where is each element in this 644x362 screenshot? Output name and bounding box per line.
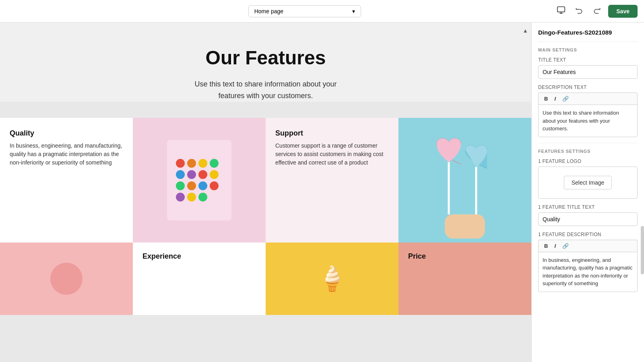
canvas-collapse-button[interactable]: ▲ xyxy=(519,26,531,35)
panel-divider-1 xyxy=(538,41,638,42)
feature-desc-label: 1 Feature Description xyxy=(538,232,638,237)
feature-card-1-text: Quality In business, engineering, and ma… xyxy=(0,118,133,243)
panel-section-name: Dingo-Features-S2021089 xyxy=(538,29,638,36)
svg-rect-5 xyxy=(445,214,485,239)
panel-divider-2 xyxy=(538,143,638,143)
feature-3-desc: Customer support is a range of customer … xyxy=(275,142,389,167)
page-selector[interactable]: Home page ▾ xyxy=(248,5,361,17)
feature-card-3-text: Support Customer support is a range of c… xyxy=(266,118,398,243)
feature-card-4-image xyxy=(398,118,531,243)
topbar-center: Home page ▾ xyxy=(248,5,361,17)
feature-title-label: 1 Feature title text xyxy=(538,204,638,210)
section-title: Our Features xyxy=(8,47,523,69)
title-text-input[interactable] xyxy=(538,65,638,79)
feature-card-3: Support Customer support is a range of c… xyxy=(266,118,398,243)
feature-logo-label: 1 Feature logo xyxy=(538,158,638,164)
feature-card-4 xyxy=(398,118,531,243)
description-text-label: Description text xyxy=(538,84,638,90)
feature-title-input[interactable] xyxy=(538,212,638,226)
candy-dots xyxy=(171,154,227,206)
feature-1-title: Quality xyxy=(10,129,123,138)
chevron-down-icon: ▾ xyxy=(352,8,355,14)
link-button[interactable]: 🔗 xyxy=(560,95,571,103)
page-selector-label: Home page xyxy=(254,8,283,14)
bold-button[interactable]: B xyxy=(542,95,550,103)
description-text-area[interactable]: Use this text to share information about… xyxy=(538,105,638,137)
undo-button[interactable] xyxy=(573,4,586,19)
redo-button[interactable] xyxy=(590,4,603,19)
canvas-area[interactable]: ▲ Our Features Use this text to share in… xyxy=(0,23,531,362)
feature-bold-button[interactable]: B xyxy=(542,242,550,250)
features-section: Our Features Use this text to share info… xyxy=(0,23,531,102)
feature-desc-text-area[interactable]: In business, engineering, and manufactur… xyxy=(538,252,638,292)
section-description: Use this text to share information about… xyxy=(8,78,523,102)
italic-button[interactable]: I xyxy=(552,95,558,103)
svg-rect-0 xyxy=(557,7,565,12)
topbar-right: Save xyxy=(554,3,638,19)
feature-card-2 xyxy=(133,118,266,243)
feature-card-8-text: Price xyxy=(398,243,531,315)
main-settings-header: MAIN SETTINGS xyxy=(538,47,638,52)
feature-italic-button[interactable]: I xyxy=(552,242,558,250)
feature-card-7-image: 🍦 xyxy=(266,243,398,315)
select-image-button[interactable]: Select Image xyxy=(564,176,612,189)
description-rich-toolbar: B I 🔗 xyxy=(538,93,638,105)
feature-card-6-text: Experience xyxy=(133,243,266,315)
feature-link-button[interactable]: 🔗 xyxy=(560,242,571,250)
select-image-container: Select Image xyxy=(538,167,638,199)
scrollbar-thumb[interactable] xyxy=(641,226,644,274)
candy-visual xyxy=(167,140,231,220)
main-layout: ▲ Our Features Use this text to share in… xyxy=(0,23,644,362)
feature-3-title: Support xyxy=(275,129,389,138)
hearts-svg xyxy=(421,118,509,243)
feature-1-desc: In business, engineering, and manufactur… xyxy=(10,142,123,167)
feature-card-2-image xyxy=(133,118,266,243)
right-panel: Dingo-Features-S2021089 MAIN SETTINGS Ti… xyxy=(531,23,644,362)
feature-grid-row1: Quality In business, engineering, and ma… xyxy=(0,118,531,243)
feature-7-title: Price xyxy=(408,252,522,261)
title-text-label: Title text xyxy=(538,57,638,63)
monitor-icon[interactable] xyxy=(554,3,568,19)
topbar: Home page ▾ Save xyxy=(0,0,644,23)
features-settings-header: FEATURES SETTINGS xyxy=(538,149,638,154)
save-button[interactable]: Save xyxy=(608,5,638,18)
feature-desc-rich-toolbar: B I 🔗 xyxy=(538,240,638,252)
feature-5-title: Experience xyxy=(142,252,256,261)
feature-card-5-image xyxy=(0,243,133,315)
feature-grid-row2: Experience 🍦 Price xyxy=(0,243,531,315)
feature-card-1: Quality In business, engineering, and ma… xyxy=(0,118,133,243)
